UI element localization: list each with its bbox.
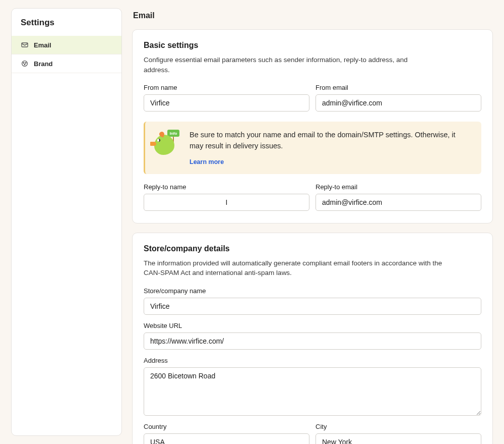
- from-name-input[interactable]: [144, 94, 309, 112]
- basic-settings-desc: Configure essential email parameters suc…: [144, 55, 426, 75]
- from-name-field: From name: [144, 84, 309, 112]
- learn-more-link[interactable]: Learn more: [190, 158, 224, 165]
- reply-to-email-field: Reply-to email: [316, 183, 481, 211]
- main-content: Email Basic settings Configure essential…: [132, 8, 493, 436]
- sidebar-item-label: Email: [34, 41, 51, 49]
- banner-text: Be sure to match your name and email to …: [190, 130, 470, 152]
- from-email-input[interactable]: [316, 94, 481, 112]
- smtp-info-banner: Info Be sure to match your name and emai…: [144, 122, 481, 174]
- store-details-title: Store/company details: [144, 244, 481, 253]
- email-icon: [21, 41, 29, 49]
- country-label: Country: [144, 423, 309, 430]
- website-url-field: Website URL: [144, 322, 481, 350]
- bird-info-icon: Info: [152, 130, 180, 157]
- city-field: City: [316, 423, 481, 444]
- basic-settings-title: Basic settings: [144, 41, 481, 50]
- sidebar-item-brand[interactable]: Brand: [12, 54, 121, 73]
- settings-sidebar: Settings Email Brand: [11, 8, 122, 436]
- from-name-label: From name: [144, 84, 309, 91]
- basic-settings-card: Basic settings Configure essential email…: [132, 29, 493, 224]
- country-field: Country: [144, 423, 309, 444]
- reply-to-name-input[interactable]: [144, 194, 309, 211]
- from-email-field: From email: [316, 84, 481, 112]
- svg-point-4: [24, 64, 25, 65]
- website-url-input[interactable]: [144, 332, 481, 350]
- company-name-label: Store/company name: [144, 287, 481, 295]
- svg-point-3: [25, 63, 26, 64]
- svg-point-1: [22, 61, 28, 67]
- sidebar-item-label: Brand: [34, 60, 53, 68]
- address-label: Address: [144, 357, 481, 364]
- sidebar-item-email[interactable]: Email: [12, 36, 121, 54]
- reply-to-name-field: Reply-to name: [144, 183, 309, 211]
- reply-to-name-label: Reply-to name: [144, 183, 309, 191]
- svg-point-2: [23, 63, 24, 64]
- page-title: Email: [132, 8, 493, 20]
- city-input[interactable]: [316, 433, 481, 444]
- country-input[interactable]: [144, 433, 309, 444]
- address-textarea[interactable]: [144, 367, 481, 416]
- brand-icon: [21, 60, 29, 68]
- sidebar-title: Settings: [12, 9, 121, 36]
- from-email-label: From email: [316, 84, 481, 91]
- store-details-desc: The information provided will automatica…: [144, 258, 446, 278]
- reply-to-email-label: Reply-to email: [316, 183, 481, 191]
- address-field: Address: [144, 357, 481, 416]
- store-details-card: Store/company details The information pr…: [132, 233, 493, 444]
- reply-to-email-input[interactable]: [316, 194, 481, 211]
- city-label: City: [316, 423, 481, 430]
- company-name-input[interactable]: [144, 298, 481, 315]
- website-url-label: Website URL: [144, 322, 481, 329]
- company-name-field: Store/company name: [144, 287, 481, 315]
